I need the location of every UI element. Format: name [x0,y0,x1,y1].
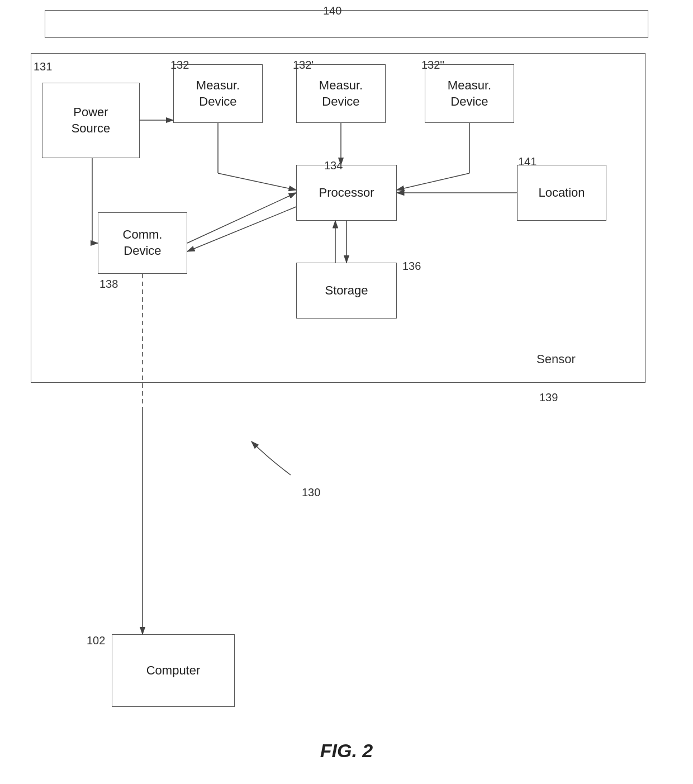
label-130: 130 [302,486,320,499]
measur-device-1-text: Measur.Device [196,78,240,110]
fig-label: FIG. 2 [320,740,373,762]
label-136: 136 [402,260,421,273]
power-source-box: PowerSource [42,83,140,158]
processor-text: Processor [319,185,374,201]
top-bar [45,10,648,38]
measur-device-3-text: Measur.Device [448,78,491,110]
comm-device-box: Comm.Device [98,212,187,274]
measur-device-2-box: Measur.Device [296,64,386,123]
power-source-text: PowerSource [72,104,111,136]
label-102: 102 [87,634,105,647]
label-132-double-prime: 132'' [421,59,444,72]
measur-device-1-box: Measur.Device [173,64,263,123]
sensor-label: Sensor [537,352,576,367]
label-132: 132 [170,59,189,72]
label-132-prime: 132' [293,59,314,72]
label-140: 140 [323,4,341,17]
processor-box: Processor [296,165,397,221]
label-131: 131 [34,60,52,73]
label-134: 134 [324,159,343,172]
storage-text: Storage [325,283,368,299]
comm-device-text: Comm.Device [123,227,163,259]
label-139: 139 [539,391,558,404]
diagram-container: 140 131 PowerSource Measur.Device 132 Me… [0,0,693,784]
measur-device-2-text: Measur.Device [319,78,363,110]
computer-text: Computer [146,663,201,679]
measur-device-3-box: Measur.Device [425,64,514,123]
label-138: 138 [99,278,118,291]
computer-box: Computer [112,634,235,707]
location-box: Location [517,165,606,221]
storage-box: Storage [296,263,397,319]
label-141: 141 [518,155,537,168]
location-text: Location [538,185,585,201]
